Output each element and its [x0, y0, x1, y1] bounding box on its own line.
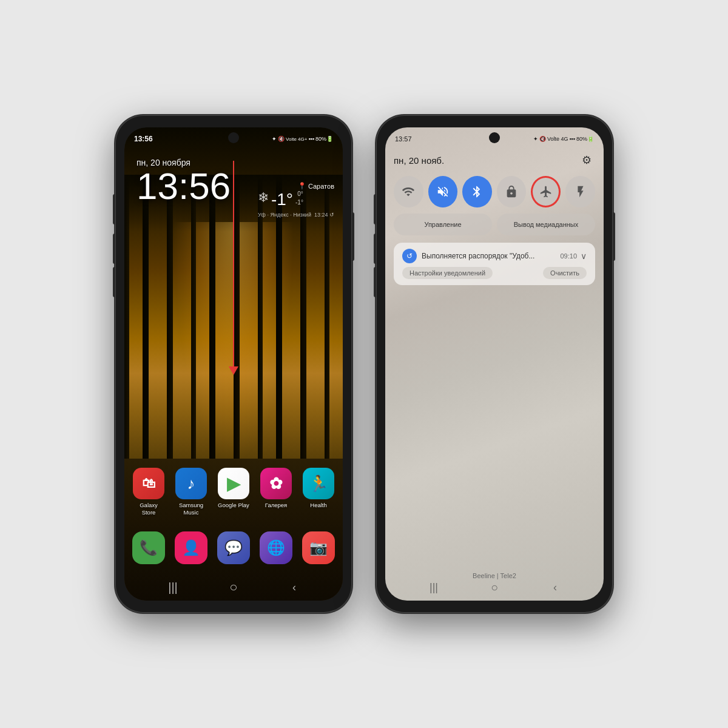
panel-status-bar: 13:57 ✦ 🔇 Volte 4G ▪▪▪ 80%🔋	[385, 127, 604, 147]
refresh-icon: ↺	[406, 252, 413, 260]
lock-rotation-icon	[505, 185, 518, 198]
status-icons: ✦ 🔇 Volte 4G+ ▪▪▪ 80%🔋	[272, 136, 333, 142]
toggle-wifi[interactable]	[394, 176, 423, 207]
app-galaxy-store[interactable]: 🛍 GalaxyStore	[131, 468, 166, 516]
navigation-bar-2: ||| ○ ‹	[385, 581, 604, 593]
app-health[interactable]: 🏃 Health	[301, 468, 336, 516]
arrow-head	[229, 366, 238, 375]
nav-recent-2[interactable]: |||	[425, 581, 443, 593]
gallery-label: Галерея	[265, 502, 287, 508]
dock-camera[interactable]: 📷	[302, 531, 335, 564]
dock-phone[interactable]: 📞	[132, 531, 165, 564]
settings-gear-button[interactable]: ⚙	[578, 152, 595, 169]
toggle-flashlight[interactable]	[565, 176, 595, 207]
health-label: Health	[310, 502, 326, 508]
toggle-rotation[interactable]	[497, 176, 527, 207]
phone-2: 13:57 ✦ 🔇 Volte 4G ▪▪▪ 80%🔋 пн, 20 нояб.…	[376, 115, 613, 613]
arrow-line	[233, 161, 234, 367]
weather-widget: 📍 Саратов ❄ -1° 0° -1° Уф · Яндекс · Низ…	[258, 182, 334, 218]
bat-icon: 80%🔋	[576, 136, 594, 142]
gear-icon: ⚙	[582, 153, 592, 167]
dock-messages[interactable]: 💬	[217, 531, 250, 564]
flashlight-icon	[574, 185, 587, 198]
notification-icon-title: ↺ Выполняется распорядок "Удоб...	[402, 249, 534, 263]
dock-browser[interactable]: 🌐	[260, 531, 292, 564]
nav-home[interactable]: ○	[224, 581, 243, 593]
galaxy-store-label: GalaxyStore	[140, 502, 158, 516]
samsung-music-icon: ♪	[175, 468, 207, 499]
panel-status-time: 13:57	[395, 135, 412, 143]
app-row: 🛍 GalaxyStore ♪ SamsungMusic ▶ Google Pl…	[124, 468, 343, 516]
airplane-icon	[539, 185, 553, 198]
weather-snowflake-icon: ❄	[258, 190, 269, 206]
bluetooth-icon: ✦	[272, 136, 277, 142]
quick-toggles	[394, 176, 595, 207]
toggle-mute[interactable]	[428, 176, 458, 207]
notif-settings-button[interactable]: Настройки уведомлений	[402, 267, 493, 279]
samsung-music-label: SamsungMusic	[179, 502, 203, 516]
notification-card[interactable]: ↺ Выполняется распорядок "Удоб... 09:10 …	[394, 243, 595, 285]
panel-header: пн, 20 нояб. ⚙	[394, 152, 595, 169]
weather-detail: 0° -1°	[295, 190, 303, 207]
toggle-bluetooth[interactable]	[462, 176, 492, 207]
notification-actions: Настройки уведомлений Очистить	[402, 267, 587, 279]
wifi-icon	[402, 185, 415, 198]
status-time: 13:56	[134, 135, 153, 143]
swipe-arrow	[229, 161, 238, 375]
dock-row: 📞 👤 💬 🌐 📷	[124, 531, 343, 564]
status-bar: 13:56 ✦ 🔇 Volte 4G+ ▪▪▪ 80%🔋	[124, 127, 343, 147]
navigation-bar: ||| ○ ‹	[124, 581, 343, 593]
bt-icon: ✦	[533, 136, 538, 142]
management-button[interactable]: Управление	[394, 214, 492, 235]
notification-title: Выполняется распорядок "Удоб...	[422, 252, 534, 260]
volume-icon: 🔇	[278, 136, 285, 142]
panel-date: пн, 20 нояб.	[394, 155, 444, 166]
net-icon: Volte 4G	[547, 136, 568, 142]
weather-temp: -1°	[271, 190, 293, 209]
google-play-label: Google Play	[218, 502, 249, 508]
mute-icon	[436, 185, 450, 198]
expand-icon[interactable]: ∨	[581, 251, 587, 261]
lockscreen-info: пн, 20 ноября 13:56	[136, 158, 231, 205]
weather-location: 📍 Саратов	[258, 182, 334, 190]
vol-icon: 🔇	[539, 136, 546, 142]
app-gallery[interactable]: ✿ Галерея	[258, 468, 294, 516]
media-output-button[interactable]: Вывод медиаданных	[497, 214, 595, 235]
refresh-icon: ↺	[329, 212, 334, 218]
notification-app-icon: ↺	[402, 249, 417, 263]
battery-icon: 80%🔋	[315, 136, 333, 142]
network-icon: Volte 4G+	[286, 136, 307, 142]
notification-panel: пн, 20 нояб. ⚙	[385, 147, 604, 295]
sig-icon: ▪▪▪	[569, 136, 575, 142]
notification-meta: 09:10 ∨	[560, 251, 587, 261]
panel-status-icons: ✦ 🔇 Volte 4G ▪▪▪ 80%🔋	[533, 136, 594, 142]
notification-header: ↺ Выполняется распорядок "Удоб... 09:10 …	[402, 249, 587, 263]
weather-source: Уф · Яндекс · Низкий 13:24 ↺	[258, 212, 334, 218]
lock-time: 13:56	[136, 167, 231, 205]
phone-1: 13:56 ✦ 🔇 Volte 4G+ ▪▪▪ 80%🔋 пн, 20 нояб…	[115, 115, 352, 613]
bluetooth-icon	[470, 185, 484, 198]
signal-icon: ▪▪▪	[308, 136, 314, 142]
nav-home-2[interactable]: ○	[485, 581, 504, 593]
nav-back-2[interactable]: ‹	[546, 581, 564, 593]
carrier-text: Beeline | Tele2	[385, 572, 604, 579]
app-samsung-music[interactable]: ♪ SamsungMusic	[174, 468, 209, 516]
phone-1-screen: 13:56 ✦ 🔇 Volte 4G+ ▪▪▪ 80%🔋 пн, 20 нояб…	[124, 127, 343, 601]
toggle-airplane[interactable]	[531, 176, 561, 207]
management-row: Управление Вывод медиаданных	[394, 214, 595, 235]
google-play-icon: ▶	[218, 468, 249, 499]
dock-contacts[interactable]: 👤	[175, 531, 207, 564]
gallery-icon: ✿	[260, 468, 292, 499]
health-icon: 🏃	[303, 468, 334, 499]
galaxy-store-icon: 🛍	[133, 468, 164, 499]
nav-back[interactable]: ‹	[285, 581, 303, 593]
location-pin-icon: 📍	[298, 182, 306, 190]
nav-recent[interactable]: |||	[164, 581, 182, 593]
notif-clear-button[interactable]: Очистить	[543, 267, 587, 279]
phone-2-screen: 13:57 ✦ 🔇 Volte 4G ▪▪▪ 80%🔋 пн, 20 нояб.…	[385, 127, 604, 601]
app-google-play[interactable]: ▶ Google Play	[216, 468, 251, 516]
notification-time: 09:10	[560, 252, 577, 260]
